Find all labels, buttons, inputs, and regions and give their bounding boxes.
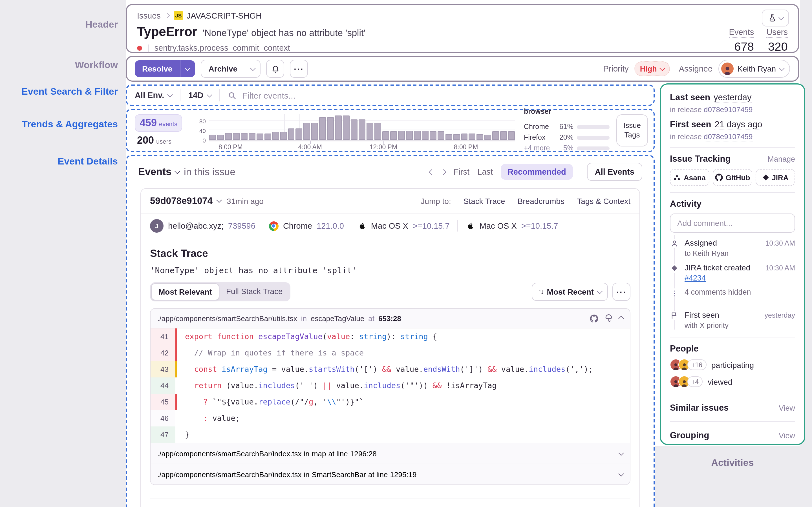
- environment-select[interactable]: All Env.: [135, 91, 172, 100]
- users-stat-label[interactable]: Users: [766, 27, 788, 38]
- histogram-bar[interactable]: [217, 135, 224, 139]
- expand-frame-icon[interactable]: [618, 471, 624, 476]
- histogram-bar[interactable]: [304, 123, 310, 139]
- people-count-badge[interactable]: +4: [688, 376, 703, 387]
- issue-tags-button[interactable]: Issue Tags: [616, 114, 648, 147]
- event-id-dropdown[interactable]: 59d078e91074: [150, 195, 221, 206]
- histogram-bar[interactable]: [477, 134, 484, 139]
- expand-frame-icon[interactable]: [618, 450, 624, 455]
- tab-full-stack-trace[interactable]: Full Stack Trace: [219, 283, 290, 299]
- histogram-bar[interactable]: [508, 131, 515, 139]
- histogram-bar[interactable]: [421, 131, 428, 139]
- filter-events-input[interactable]: [241, 90, 646, 101]
- integration-button-jira[interactable]: JIRA: [756, 169, 795, 186]
- jump-link-tags-context[interactable]: Tags & Context: [577, 196, 630, 205]
- code-line[interactable]: 43 const isArrayTag = value.startsWith('…: [151, 361, 630, 378]
- histogram-bar[interactable]: [233, 133, 240, 139]
- recommended-tab[interactable]: Recommended: [501, 164, 573, 180]
- last-seen-release-link[interactable]: d078e9107459: [704, 105, 753, 114]
- events-stat-label[interactable]: Events: [729, 27, 754, 38]
- histogram-bar[interactable]: [453, 134, 460, 139]
- priority-select[interactable]: High: [635, 61, 670, 76]
- suspect-commit-icon[interactable]: [605, 314, 613, 323]
- breadcrumb-short-id[interactable]: JAVASCRIPT-SHGH: [187, 11, 262, 20]
- archive-dropdown-button[interactable]: [245, 60, 260, 77]
- archive-button-label[interactable]: Archive: [201, 60, 245, 77]
- code-line[interactable]: 45 ? `"${value.replace(/"/g, '\\"')}"`: [151, 394, 630, 410]
- browser-legend-row[interactable]: Firefox20%: [524, 132, 610, 143]
- activity-item[interactable]: ⋮4 comments hidden: [670, 283, 795, 306]
- first-seen-release-link[interactable]: d078e9107459: [704, 132, 753, 142]
- histogram-bar[interactable]: [469, 133, 476, 139]
- archive-button[interactable]: Archive: [200, 60, 260, 78]
- histogram-bar[interactable]: [256, 134, 263, 139]
- add-comment-input[interactable]: [676, 218, 789, 228]
- histogram-bar[interactable]: [264, 134, 271, 139]
- histogram-bar[interactable]: [493, 131, 499, 139]
- all-events-button[interactable]: All Events: [587, 163, 642, 181]
- histogram-bar[interactable]: [335, 115, 342, 139]
- histogram-bar[interactable]: [445, 134, 452, 139]
- subscribe-button[interactable]: [266, 60, 284, 78]
- events-dropdown[interactable]: Events: [138, 166, 179, 178]
- activity-ticket-link[interactable]: #4234: [684, 274, 706, 282]
- histogram-bar[interactable]: [390, 131, 397, 139]
- histogram-bar[interactable]: [312, 123, 318, 139]
- histogram-bar[interactable]: [249, 133, 255, 139]
- collapsed-stack-frame[interactable]: ./app/components/smartSearchBar/index.ts…: [151, 443, 630, 464]
- jump-link-breadcrumbs[interactable]: Breadcrumbs: [518, 196, 565, 205]
- resolve-button[interactable]: Resolve: [135, 60, 195, 77]
- events-count-chip[interactable]: 459 events: [135, 114, 183, 132]
- histogram-bar[interactable]: [359, 120, 365, 139]
- first-seen-value[interactable]: 21 days ago: [714, 119, 762, 130]
- more-actions-button[interactable]: ···: [290, 60, 308, 78]
- frame-header[interactable]: ./app/components/smartSearchBar/utils.ts…: [151, 309, 630, 328]
- integration-button-asana[interactable]: Asana: [670, 169, 709, 186]
- last-event-link[interactable]: Last: [477, 167, 493, 176]
- histogram-bar[interactable]: [280, 132, 287, 139]
- histogram-bar[interactable]: [374, 123, 381, 139]
- integration-button-github[interactable]: GitHub: [713, 169, 752, 186]
- sort-order-button[interactable]: ↑↓ Most Recent: [532, 283, 608, 301]
- manage-link[interactable]: Manage: [767, 155, 795, 163]
- collapsed-stack-frame[interactable]: ./app/components/smartSearchBar/index.ts…: [151, 464, 630, 485]
- browser-legend-row[interactable]: +4 more5%: [524, 143, 610, 154]
- activity-item[interactable]: JIRA ticket created10:30 AM#4234: [670, 259, 795, 283]
- events-histogram-chart[interactable]: 804008:00 PM4:00 AM12:00 PM8:00 PM: [195, 114, 517, 149]
- people-count-badge[interactable]: +16: [688, 359, 706, 370]
- histogram-bar[interactable]: [414, 131, 421, 139]
- activity-item[interactable]: First seenyesterdaywith X priority: [670, 306, 795, 331]
- breadcrumb-issues-link[interactable]: Issues: [137, 11, 161, 20]
- histogram-bar[interactable]: [272, 132, 279, 139]
- histogram-bar[interactable]: [406, 130, 413, 139]
- histogram-bar[interactable]: [319, 117, 326, 139]
- code-line[interactable]: 42 // Wrap in quotes if there is a space: [151, 345, 630, 361]
- last-seen-value[interactable]: yesterday: [714, 93, 751, 103]
- tab-most-relevant[interactable]: Most Relevant: [151, 283, 219, 300]
- assignee-select[interactable]: Keith Ryan: [718, 60, 790, 78]
- histogram-bar[interactable]: [351, 120, 357, 139]
- histogram-bar[interactable]: [296, 128, 303, 139]
- browser-legend-row[interactable]: Chrome61%: [524, 121, 610, 132]
- histogram-bar[interactable]: [343, 115, 350, 139]
- activity-item[interactable]: Assigned10:30 AMto Keith Ryan: [670, 234, 795, 259]
- resolve-dropdown-button[interactable]: [180, 60, 195, 77]
- histogram-bar[interactable]: [485, 135, 492, 139]
- stack-trace-options-button[interactable]: ···: [612, 283, 630, 301]
- histogram-bar[interactable]: [241, 133, 248, 139]
- grouping-view-link[interactable]: View: [779, 431, 795, 440]
- histogram-bar[interactable]: [327, 117, 334, 139]
- github-icon[interactable]: [590, 314, 598, 323]
- date-range-select[interactable]: 14D: [188, 91, 211, 100]
- histogram-bar[interactable]: [382, 131, 389, 139]
- experiment-menu-button[interactable]: [762, 10, 789, 26]
- histogram-bar[interactable]: [225, 133, 232, 139]
- histogram-bar[interactable]: [366, 123, 373, 139]
- similar-issues-view-link[interactable]: View: [779, 404, 795, 412]
- histogram-bar[interactable]: [437, 131, 444, 139]
- first-event-link[interactable]: First: [454, 167, 469, 176]
- histogram-bar[interactable]: [288, 128, 295, 139]
- users-count-stat[interactable]: 200 users: [135, 135, 188, 147]
- code-line[interactable]: 47}: [151, 427, 630, 443]
- previous-event-button[interactable]: [429, 169, 435, 175]
